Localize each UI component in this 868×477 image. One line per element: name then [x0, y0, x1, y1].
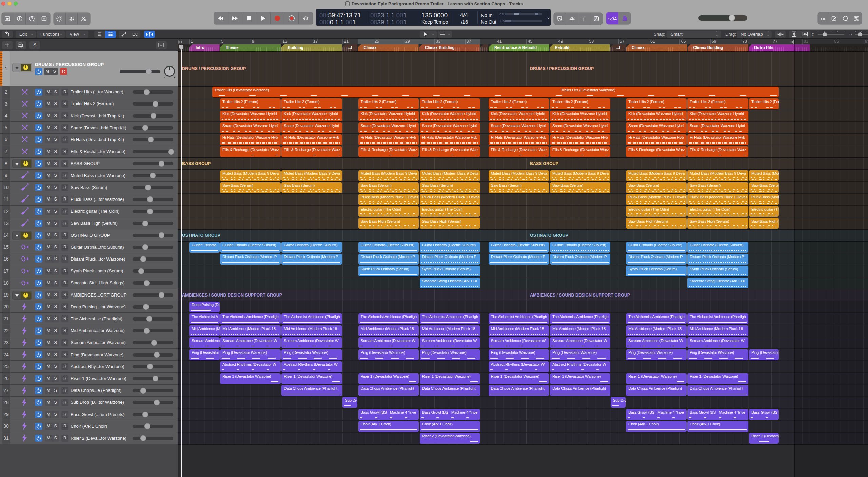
svg-text:?: ?	[31, 17, 33, 21]
svg-text:S: S	[595, 17, 597, 21]
